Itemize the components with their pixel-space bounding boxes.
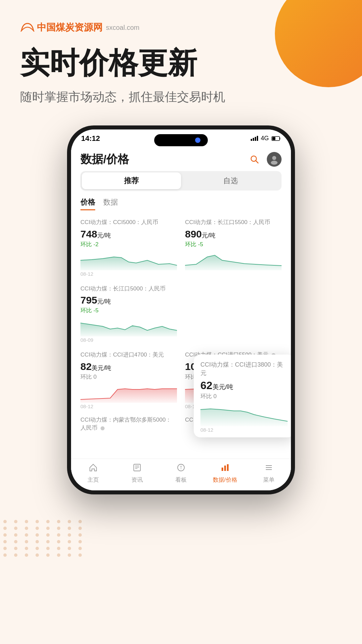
svg-rect-15 bbox=[224, 466, 226, 471]
nav-home-label: 主页 bbox=[87, 476, 99, 484]
user-avatar[interactable] bbox=[267, 152, 282, 167]
svg-rect-7 bbox=[134, 464, 140, 471]
tab-recommend[interactable]: 推荐 bbox=[82, 172, 181, 189]
home-icon bbox=[88, 463, 98, 475]
float-change: 环比 0 bbox=[200, 392, 288, 400]
phone-frame: 14:12 4G bbox=[67, 125, 295, 494]
float-date: 08-12 bbox=[200, 427, 288, 433]
price-grid: CCI动力煤：CCI5000：人民币 748元/吨 环比 -2 bbox=[71, 214, 291, 437]
chart-date-1: 08-12 bbox=[80, 271, 177, 277]
nav-news[interactable]: 资讯 bbox=[124, 463, 150, 484]
phone-screen: 14:12 4G bbox=[71, 129, 291, 490]
logo-icon bbox=[20, 20, 35, 35]
price-change-2: 环比 -5 bbox=[185, 240, 282, 248]
nav-home[interactable]: 主页 bbox=[80, 463, 107, 484]
signal-icon bbox=[251, 136, 258, 141]
site-domain: sxcoal.com bbox=[106, 24, 139, 32]
price-label-3: CCI动力煤：长江口5000：人民币 bbox=[80, 285, 177, 293]
price-value-4: 82美元/吨 bbox=[80, 361, 177, 372]
nav-board[interactable]: 看板 bbox=[168, 463, 194, 484]
gray-dot-t1 bbox=[101, 426, 105, 430]
price-change-3: 环比 -5 bbox=[80, 307, 177, 314]
svg-marker-13 bbox=[180, 468, 182, 470]
price-card-1[interactable]: CCI动力煤：CCI5000：人民币 748元/吨 环比 -2 bbox=[76, 214, 181, 280]
nav-menu-label: 菜单 bbox=[263, 476, 275, 484]
svg-rect-1 bbox=[273, 137, 276, 140]
app-title: 数据/价格 bbox=[80, 152, 129, 167]
price-value-1: 748元/吨 bbox=[80, 228, 177, 240]
header-icons bbox=[248, 152, 282, 167]
app-header: 数据/价格 bbox=[71, 146, 291, 171]
float-price: 62美元/吨 bbox=[200, 379, 288, 392]
chart-date-3: 08-09 bbox=[80, 337, 177, 343]
main-tabs: 推荐 自选 bbox=[71, 171, 291, 195]
price-change-4: 环比 0 bbox=[80, 373, 177, 381]
nav-board-label: 看板 bbox=[175, 476, 187, 484]
svg-rect-14 bbox=[222, 468, 223, 471]
site-name: 中国煤炭资源网 bbox=[37, 21, 103, 34]
float-label: CCI动力煤：CCI进口3800：美元 bbox=[200, 361, 288, 377]
avatar-icon bbox=[268, 153, 280, 165]
svg-line-3 bbox=[256, 161, 258, 163]
search-button[interactable] bbox=[248, 153, 261, 166]
status-right: 4G bbox=[251, 135, 281, 142]
price-change-1: 环比 -2 bbox=[80, 240, 177, 248]
dot-pattern: (function() { const dp = document.queryS… bbox=[3, 520, 86, 557]
mini-chart-2 bbox=[185, 250, 282, 270]
nav-data-label: 数据/价格 bbox=[213, 476, 237, 484]
logo-area: 中国煤炭资源网 sxcoal.com bbox=[20, 20, 342, 35]
price-value-3: 795元/吨 bbox=[80, 294, 177, 306]
mini-chart-4 bbox=[80, 383, 177, 403]
price-label-1: CCI动力煤：CCI5000：人民币 bbox=[80, 218, 177, 226]
nav-news-label: 资讯 bbox=[131, 476, 143, 484]
battery-icon bbox=[272, 136, 281, 141]
svg-rect-16 bbox=[227, 464, 229, 471]
float-mini-chart bbox=[200, 403, 288, 426]
mini-chart-3 bbox=[80, 316, 177, 336]
price-value-2: 890元/吨 bbox=[185, 228, 282, 240]
svg-point-6 bbox=[271, 161, 278, 165]
tabs-row: 推荐 自选 bbox=[80, 171, 282, 191]
chart-icon bbox=[220, 463, 230, 475]
sub-tabs: 价格 数据 bbox=[71, 195, 291, 214]
price-label-2: CCI动力煤：长江口5500：人民币 bbox=[185, 218, 282, 226]
news-icon bbox=[132, 463, 142, 475]
hero-title: 实时价格更新 bbox=[20, 47, 342, 79]
price-card-2[interactable]: CCI动力煤：长江口5500：人民币 890元/吨 环比 -5 bbox=[181, 214, 286, 280]
app-content: 数据/价格 bbox=[71, 146, 291, 487]
status-bar: 14:12 4G bbox=[71, 129, 291, 146]
nav-data-price[interactable]: 数据/价格 bbox=[212, 463, 238, 484]
mini-chart-1 bbox=[80, 250, 177, 270]
network-label: 4G bbox=[261, 135, 269, 142]
hero-subtitle: 随时掌握市场动态，抓住最佳交易时机 bbox=[20, 89, 342, 105]
island-camera-dot bbox=[195, 138, 200, 143]
truncated-label-1: CCI动力煤：内蒙古鄂尔多斯5000：人民币 bbox=[80, 416, 177, 432]
truncated-card-1[interactable]: CCI动力煤：内蒙古鄂尔多斯5000：人民币 bbox=[76, 413, 181, 437]
phone-mockup: 14:12 4G bbox=[0, 125, 362, 494]
menu-icon bbox=[264, 463, 274, 475]
sub-tab-price[interactable]: 价格 bbox=[80, 197, 95, 210]
price-label-4: CCI动力煤：CCI进口4700：美元 bbox=[80, 351, 177, 359]
sub-tab-data[interactable]: 数据 bbox=[103, 197, 118, 210]
chart-date-4: 08-12 bbox=[80, 404, 177, 409]
status-time: 14:12 bbox=[81, 134, 100, 143]
svg-point-5 bbox=[272, 156, 276, 160]
dynamic-island bbox=[154, 134, 208, 146]
nav-menu[interactable]: 菜单 bbox=[255, 463, 282, 484]
tab-watchlist[interactable]: 自选 bbox=[181, 172, 280, 189]
floating-price-card[interactable]: CCI动力煤：CCI进口3800：美元 62美元/吨 环比 0 bbox=[194, 355, 291, 437]
svg-marker-12 bbox=[180, 465, 182, 468]
compass-icon bbox=[176, 463, 186, 475]
price-card-4[interactable]: CCI动力煤：CCI进口4700：美元 82美元/吨 环比 0 bbox=[76, 346, 181, 413]
search-icon bbox=[250, 155, 259, 164]
page-header: 中国煤炭资源网 sxcoal.com 实时价格更新 随时掌握市场动态，抓住最佳交… bbox=[0, 0, 362, 105]
bottom-nav: 主页 资讯 看板 bbox=[71, 459, 291, 487]
price-card-3[interactable]: CCI动力煤：长江口5000：人民币 795元/吨 环比 -5 bbox=[76, 280, 181, 346]
